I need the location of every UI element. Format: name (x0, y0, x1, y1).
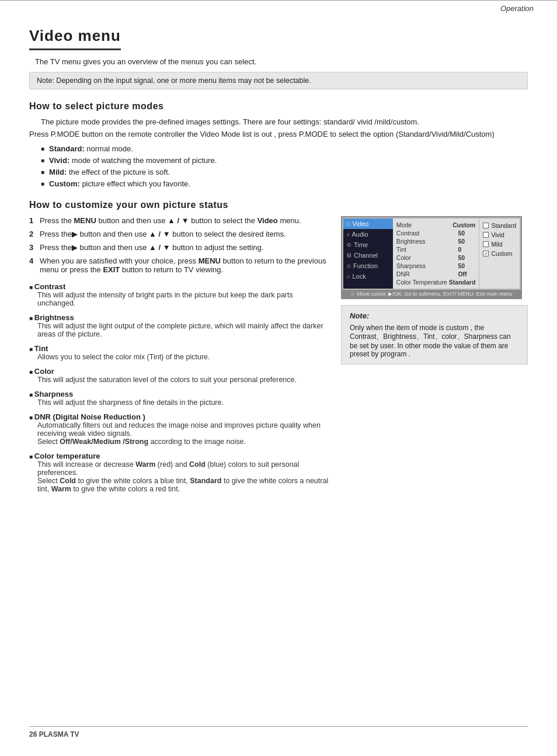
bullet-standard: Standard: normal mode. (41, 144, 528, 153)
step-2: 2 Press the▶ button and then use ▲ / ▼ b… (29, 230, 329, 238)
tv-checkbox-mild (483, 241, 489, 247)
tv-function-icon: ◇ (347, 263, 351, 269)
tv-option-vivid: Vivid (483, 230, 516, 240)
tv-time-label: Time (354, 241, 368, 248)
left-column: 1 Press the MENU button and then use ▲ /… (29, 216, 329, 499)
subsection-tint: Tint Allows you to select the color mix … (29, 344, 329, 361)
right-column: □ Video ♪ Audio ⊙ Time (341, 216, 528, 365)
subsection-brightness-heading: Brightness (29, 313, 329, 322)
tv-menu-row: □ Video ♪ Audio ⊙ Time (343, 219, 520, 289)
step-num-3: 3 (29, 243, 40, 252)
tv-checkbox-custom: ✓ (483, 251, 489, 256)
tv-option-mild-label: Mild (491, 241, 502, 248)
tv-contrast-label: Contrast (396, 230, 449, 237)
step-text-1: Press the MENU button and then use ▲ / ▼… (40, 216, 329, 225)
subsection-color: Color This will adjust the saturation le… (29, 367, 329, 384)
subsection-color-heading: Color (29, 367, 329, 376)
subsection-contrast: Contrast This will adjust the intensity … (29, 282, 329, 307)
subsection-tint-body: Allows you to select the color mix (Tint… (37, 353, 329, 361)
two-col-layout: 1 Press the MENU button and then use ▲ /… (29, 216, 528, 499)
tv-mode-label: Mode (396, 221, 449, 228)
tv-options-panel: Standard Vivid Mild (479, 219, 520, 289)
step-text-3: Press the▶ button and then use ▲ / ▼ but… (40, 243, 329, 252)
step-4: 4 When you are satisfied with your choic… (29, 256, 329, 274)
bullet-vivid: Vivid: mode of watching the movement of … (41, 156, 528, 165)
subsection-contrast-heading: Contrast (29, 282, 329, 291)
section1-heading: How to select picture modes (29, 101, 528, 112)
tv-checkbox-vivid (483, 232, 489, 238)
header-label: Operation (500, 4, 534, 13)
section1-bullets: Standard: normal mode. Vivid: mode of wa… (41, 144, 528, 188)
footer-label: 26 PLASMA TV (29, 730, 79, 738)
tv-brightness-label: Brightness (396, 238, 449, 245)
bullet-custom: Custom: picture effect which you favorit… (41, 179, 528, 188)
tv-menu-audio[interactable]: ♪ Audio (343, 229, 393, 240)
tv-color-label: Color (396, 254, 449, 261)
intro-text: The TV menu gives you an overview of the… (35, 57, 528, 66)
tv-audio-label: Audio (352, 231, 368, 238)
subsection-color-body: This will adjust the saturation level of… (37, 376, 329, 384)
tv-colortemp-label: Color Temperature (396, 279, 449, 286)
subsection-dnr: DNR (Digital Noise Reduction ) Automatic… (29, 412, 329, 446)
tv-setting-brightness: Brightness 50 (396, 237, 476, 245)
tv-menu-lock[interactable]: ⌂ Lock (343, 271, 393, 282)
tv-option-standard: Standard (483, 221, 516, 230)
tv-function-label: Function (353, 262, 378, 269)
tv-menu-table: □ Video ♪ Audio ⊙ Time (343, 219, 520, 289)
note-box: Note: Depending on the input signal, one… (29, 72, 528, 89)
tv-menu-video[interactable]: □ Video (343, 219, 393, 229)
step-num-4: 4 (29, 256, 40, 265)
tv-tint-value: 0 (458, 246, 475, 253)
tv-colortemp-value: Standard (449, 279, 476, 286)
tv-option-standard-label: Standard (491, 222, 516, 229)
subsection-sharpness-heading: Sharpness (29, 390, 329, 398)
note-right-title: Note: (350, 311, 519, 320)
tv-option-custom-label: Custom (491, 250, 512, 257)
step-1: 1 Press the MENU button and then use ▲ /… (29, 216, 329, 225)
tv-menu-inner: □ Video ♪ Audio ⊙ Time (342, 217, 521, 290)
tv-setting-color-temp: Color Temperature Standard (396, 278, 476, 286)
step-3: 3 Press the▶ button and then use ▲ / ▼ b… (29, 243, 329, 252)
subsection-dnr-heading: DNR (Digital Noise Reduction ) (29, 412, 329, 421)
tv-menu-channel[interactable]: ⊟ Channel (343, 250, 393, 261)
subsection-sharpness-body: This will adjust the sharpness of fine d… (37, 398, 329, 407)
tv-contrast-value: 50 (458, 230, 475, 237)
tv-sharpness-label: Sharpness (396, 262, 449, 269)
subsection-sharpness: Sharpness This will adjust the sharpness… (29, 390, 329, 407)
tv-setting-dnr: DNR Off (396, 270, 476, 278)
step-text-2: Press the▶ button and then use ▲ / ▼ but… (40, 230, 329, 238)
page-title: Video menu (29, 27, 121, 50)
section1-para1: The picture mode provides the pre-define… (41, 117, 528, 126)
subsection-brightness-body: This will adjust the light output of the… (37, 322, 329, 338)
subsection-color-temp-body: This will increase or decrease Warm (red… (37, 460, 329, 493)
subsection-brightness: Brightness This will adjust the light ou… (29, 313, 329, 338)
tv-lock-icon: ⌂ (347, 273, 350, 279)
subsection-dnr-body: Automatically filters out and reduces th… (37, 421, 329, 446)
tv-sharpness-value: 50 (458, 262, 475, 269)
subsection-tint-heading: Tint (29, 344, 329, 353)
tv-mode-value: Custom (452, 221, 475, 228)
bullet-mild: Mild: the effect of the picture is soft. (41, 168, 528, 176)
section2-heading: How to customize your own picture status (29, 200, 528, 210)
note-box-right: Note: Only when the item of mode is cust… (341, 305, 528, 365)
tv-menu-time[interactable]: ⊙ Time (343, 240, 393, 250)
tv-setting-color: Color 50 (396, 254, 476, 262)
tv-setting-mode: Mode Custom (396, 221, 476, 229)
section1-para2: Press P.MODE button on the remote contro… (29, 130, 528, 138)
tv-brightness-value: 50 (458, 238, 475, 245)
tv-menu-function[interactable]: ◇ Function (343, 261, 393, 271)
tv-dnr-value: Off (458, 271, 475, 278)
tv-channel-label: Channel (354, 252, 378, 259)
tv-setting-contrast: Contrast 50 (396, 229, 476, 237)
tv-video-label: Video (352, 220, 368, 227)
tv-option-mild: Mild (483, 240, 516, 249)
tv-audio-icon: ♪ (347, 231, 350, 237)
header-bar: Operation (0, 0, 557, 15)
page-container: Operation Video menu The TV menu gives y… (0, 0, 557, 756)
tv-option-custom: ✓ Custom (483, 249, 516, 258)
tv-tint-label: Tint (396, 246, 449, 253)
tv-status-bar: ☆ Move cursor, ▶/OK: Go to submenu, EXIT… (342, 290, 521, 298)
subsection-contrast-body: This will adjust the intensity of bright… (37, 291, 329, 307)
steps-list: 1 Press the MENU button and then use ▲ /… (29, 216, 329, 274)
step-num-2: 2 (29, 230, 40, 238)
